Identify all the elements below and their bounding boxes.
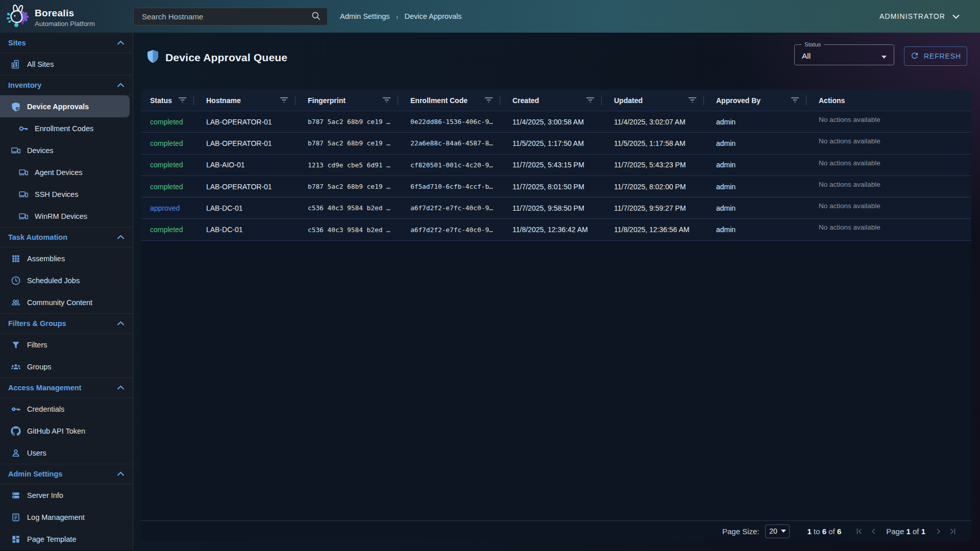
cell-updated: 11/8/2025, 12:36:56 AM <box>602 219 704 240</box>
sidebar-item-label: Community Content <box>27 298 92 307</box>
sidebar-item-enrollment-codes[interactable]: Enrollment Codes <box>0 117 133 139</box>
sidebar-item-label: Filters <box>27 341 47 349</box>
sidebar-item-all-sites[interactable]: All Sites <box>0 53 133 75</box>
sidebar-item-page-template[interactable]: Page Template <box>0 528 133 550</box>
column-header-label: Actions <box>819 96 845 105</box>
sidebar-item-winrm-devices[interactable]: WinRM Devices <box>0 205 133 227</box>
refresh-button[interactable]: REFRESH <box>904 46 967 66</box>
sidebar-section-label: Access Management <box>8 384 117 392</box>
cell-enrollment-code: a6f7d2f2-e7fc-40c0-9… <box>398 197 500 218</box>
cell-updated: 11/7/2025, 5:43:23 PM <box>602 155 704 176</box>
column-header-fingerprint[interactable]: Fingerprint <box>296 90 398 111</box>
table-row[interactable]: approvedLAB-DC-01c536 40c3 9584 b2ed …a6… <box>141 197 971 219</box>
page-size-select[interactable]: 20 <box>765 524 790 538</box>
cell-approved-by: admin <box>704 197 806 218</box>
column-filter-icon[interactable] <box>178 96 187 105</box>
search-icon[interactable] <box>311 11 321 23</box>
table-row[interactable]: completedLAB-DC-01c536 40c3 9584 b2ed …a… <box>141 219 971 240</box>
column-filter-icon[interactable] <box>280 96 288 105</box>
sidebar-section-header-task-automation[interactable]: Task Automation <box>0 227 133 247</box>
cell-enrollment-code: 22a6e88c-84a6-4587-8… <box>398 133 500 154</box>
sidebar-item-label: WinRM Devices <box>35 212 87 220</box>
cell-fingerprint: b787 5ac2 68b9 ce19 … <box>296 111 398 132</box>
breadcrumb-current[interactable]: Device Approvals <box>405 12 462 20</box>
cell-enrollment-code: a6f7d2f2-e7fc-40c0-9… <box>398 219 500 240</box>
sidebar-item-ssh-devices[interactable]: SSH Devices <box>0 183 133 205</box>
device-approval-table: StatusHostnameFingerprintEnrollment Code… <box>141 90 971 541</box>
column-header-enrollment-code[interactable]: Enrollment Code <box>398 90 500 111</box>
cell-created: 11/7/2025, 9:58:50 PM <box>500 197 602 218</box>
last-page-button[interactable] <box>947 524 958 538</box>
previous-page-button[interactable] <box>868 524 879 538</box>
page-title-shield-icon <box>147 49 159 65</box>
sidebar-item-assemblies[interactable]: Assemblies <box>0 247 133 269</box>
sidebar-item-devices[interactable]: Devices <box>0 139 133 161</box>
sidebar-item-scheduled-jobs[interactable]: Scheduled Jobs <box>0 269 133 291</box>
main-content: Device Approval Queue Status All REFRESH… <box>133 33 980 551</box>
devices-icon <box>18 189 29 200</box>
column-filter-icon[interactable] <box>688 96 697 105</box>
search-input[interactable]: Search Hostname <box>133 8 328 26</box>
sidebar-item-users[interactable]: Users <box>0 442 133 464</box>
sidebar-item-community-content[interactable]: Community Content <box>0 291 133 313</box>
cell-created: 11/5/2025, 1:17:50 AM <box>500 133 602 154</box>
page-size-value: 20 <box>769 527 777 535</box>
column-filter-icon[interactable] <box>791 96 799 105</box>
sidebar-section-header-access-management[interactable]: Access Management <box>0 378 133 398</box>
column-header-status[interactable]: Status <box>141 90 194 111</box>
cell-status: completed <box>141 219 194 240</box>
user-menu-button[interactable]: ADMINISTRATOR <box>879 0 960 33</box>
column-header-approved-by[interactable]: Approved By <box>704 90 806 111</box>
table-row[interactable]: completedLAB-OPERATOR-01b787 5ac2 68b9 c… <box>141 133 971 154</box>
cell-updated: 11/7/2025, 9:59:27 PM <box>602 197 704 218</box>
sidebar-item-github-api-token[interactable]: GitHub API Token <box>0 420 133 442</box>
sidebar-item-log-management[interactable]: Log Management <box>0 506 133 528</box>
sidebar-item-label: Scheduled Jobs <box>27 277 80 285</box>
sidebar-item-groups[interactable]: Groups <box>0 356 133 378</box>
cell-fingerprint: 1213 cd9e cbe5 6d91 … <box>296 155 398 176</box>
cell-created: 11/4/2025, 3:00:58 AM <box>500 111 602 132</box>
select-arrow-icon <box>881 56 887 59</box>
column-filter-icon[interactable] <box>382 96 391 105</box>
sidebar-section-header-admin-settings[interactable]: Admin Settings <box>0 464 133 484</box>
column-filter-icon[interactable] <box>586 96 595 105</box>
sidebar-section-label: Inventory <box>8 81 117 89</box>
sidebar-item-agent-devices[interactable]: Agent Devices <box>0 161 133 183</box>
next-page-button[interactable] <box>933 524 944 538</box>
cell-approved-by: admin <box>704 133 806 154</box>
sidebar-item-server-info[interactable]: Server Info <box>0 484 133 506</box>
sidebar-section-header-filters-groups[interactable]: Filters & Groups <box>0 313 133 334</box>
row-range-text: 1 to 6 of 6 <box>807 527 841 536</box>
column-header-label: Hostname <box>206 96 241 105</box>
cell-status: completed <box>141 133 194 154</box>
sidebar-item-device-approvals[interactable]: Device Approvals <box>0 95 130 117</box>
breadcrumb-parent[interactable]: Admin Settings <box>340 12 390 20</box>
sidebar-item-credentials[interactable]: Credentials <box>0 398 133 420</box>
sidebar-section-header-sites[interactable]: Sites <box>0 33 133 53</box>
status-filter-select[interactable]: Status All <box>794 41 894 65</box>
cell-actions: No actions available <box>806 197 971 218</box>
breadcrumb: Admin Settings › Device Approvals <box>340 0 462 33</box>
devices-icon <box>10 145 21 156</box>
first-page-button[interactable] <box>853 524 865 538</box>
column-header-label: Approved By <box>716 96 761 105</box>
chevron-up-icon <box>117 38 125 47</box>
sidebar-item-label: Assemblies <box>27 255 65 263</box>
devices-icon <box>18 211 29 222</box>
sidebar-section-header-inventory[interactable]: Inventory <box>0 75 133 95</box>
table-row[interactable]: completedLAB-OPERATOR-01b787 5ac2 68b9 c… <box>141 111 971 133</box>
column-header-created[interactable]: Created <box>500 90 602 111</box>
sidebar-section-label: Admin Settings <box>8 470 117 478</box>
column-header-updated[interactable]: Updated <box>602 90 704 111</box>
table-row[interactable]: completedLAB-AIO-011213 cd9e cbe5 6d91 …… <box>141 155 971 176</box>
groups-icon <box>10 361 21 372</box>
sidebar-item-label: Groups <box>27 363 52 371</box>
cell-status: approved <box>141 197 194 218</box>
column-header-hostname[interactable]: Hostname <box>194 90 296 111</box>
refresh-button-label: REFRESH <box>924 52 961 60</box>
sidebar-item-filters[interactable]: Filters <box>0 334 133 356</box>
sidebar-item-label: Devices <box>27 146 54 155</box>
column-filter-icon[interactable] <box>484 96 493 105</box>
column-header-actions[interactable]: Actions <box>806 90 971 111</box>
table-row[interactable]: completedLAB-OPERATOR-01b787 5ac2 68b9 c… <box>141 176 971 197</box>
